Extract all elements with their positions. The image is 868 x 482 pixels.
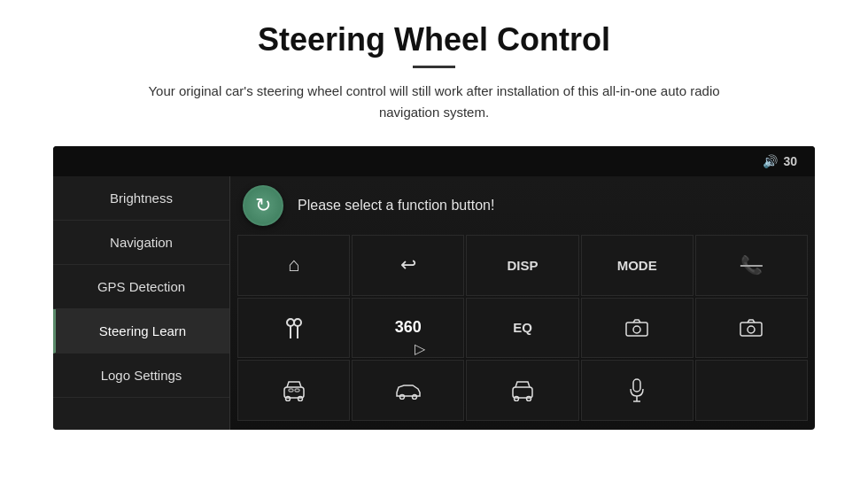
button-home[interactable]: ⌂ [237,235,350,296]
page-header: Steering Wheel Control Your original car… [0,0,868,134]
main-area: Brightness Navigation GPS Detection Stee… [53,176,815,430]
svg-point-13 [399,394,404,399]
page-title: Steering Wheel Control [53,21,815,58]
sidebar-item-navigation[interactable]: Navigation [53,221,229,265]
360-label: 360 [395,318,422,337]
home-icon: ⌂ [288,253,299,276]
svg-point-0 [287,319,294,326]
svg-point-16 [514,396,518,400]
microphone-icon [628,378,646,403]
car-front-icon [282,380,306,401]
svg-rect-11 [289,389,293,392]
knobs-icon [283,315,305,340]
button-grid: ⌂ ↩ DISP MODE 📞 [237,235,808,421]
button-car-front[interactable] [237,360,350,421]
svg-point-1 [294,319,301,326]
svg-rect-12 [295,389,299,392]
title-divider [413,66,455,68]
button-camera2[interactable] [695,298,808,359]
button-eq[interactable]: EQ [466,298,578,359]
sidebar-item-steering[interactable]: Steering Learn [53,309,229,354]
sidebar-item-logo[interactable]: Logo Settings [53,354,229,398]
button-mode[interactable]: MODE [581,235,694,296]
refresh-button[interactable]: ↻ [243,185,283,226]
svg-point-5 [633,326,640,333]
button-back[interactable]: ↩ [352,235,464,296]
content-area: ▷ ↻ Please select a function button! ⌂ ↩… [230,176,815,430]
button-car-top[interactable] [466,360,578,421]
volume-number: 30 [783,154,797,168]
function-message: Please select a function button! [298,198,494,214]
sidebar: Brightness Navigation GPS Detection Stee… [53,176,230,430]
top-row: ↻ Please select a function button! [237,185,808,226]
back-icon: ↩ [400,253,416,276]
svg-rect-18 [633,379,640,392]
button-empty [695,360,808,421]
sidebar-item-brightness[interactable]: Brightness [53,176,229,221]
car-side-icon [395,382,422,400]
svg-point-7 [748,326,755,333]
button-mute-phone[interactable]: 📞 [695,235,808,296]
eq-label: EQ [513,320,532,335]
camera1-icon [625,319,648,337]
camera2-icon [740,319,763,337]
svg-point-17 [526,396,531,400]
top-bar: 🔊 30 [53,146,815,176]
svg-point-10 [298,396,302,400]
button-knobs[interactable] [237,298,350,359]
sidebar-item-gps[interactable]: GPS Detection [53,265,229,309]
page-subtitle: Your original car's steering wheel contr… [124,81,744,123]
mode-label: MODE [617,258,657,273]
refresh-icon: ↻ [255,194,271,217]
button-360[interactable]: 360 [352,298,464,359]
button-camera1[interactable] [581,298,694,359]
button-disp[interactable]: DISP [466,235,578,296]
volume-icon: 🔊 [763,154,778,168]
disp-label: DISP [507,258,538,273]
phone-mute-icon: 📞 [740,254,763,276]
button-car-side[interactable] [352,360,464,421]
button-microphone[interactable] [581,360,694,421]
car-top-icon [510,380,535,401]
car-ui-screen: 🔊 30 Brightness Navigation GPS Detection… [53,146,815,430]
svg-point-14 [412,394,416,399]
svg-point-9 [285,396,290,400]
